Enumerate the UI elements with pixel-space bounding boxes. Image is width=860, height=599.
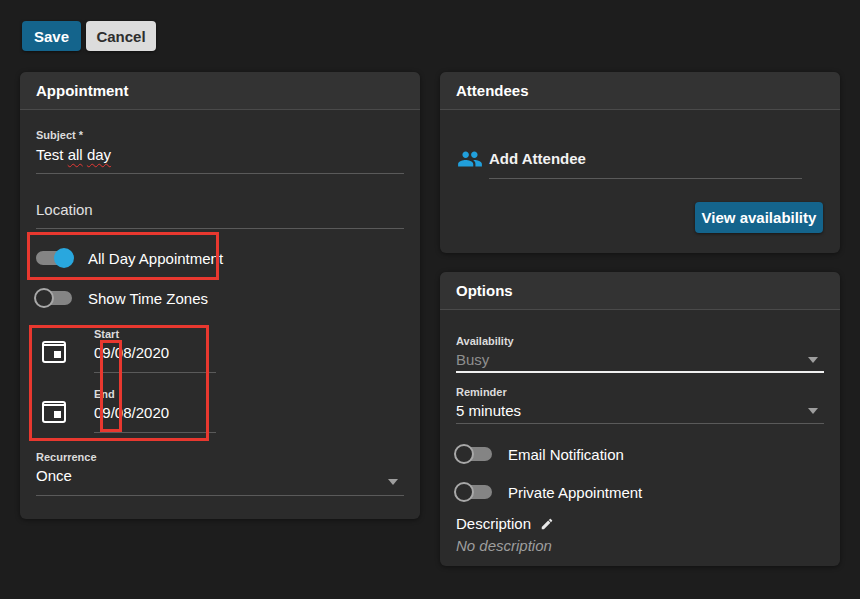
subject-word-misspelled: day: [87, 146, 111, 163]
start-date-label: Start: [94, 328, 216, 341]
add-attendee-label: Add Attendee: [489, 150, 586, 167]
appointment-panel-title: Appointment: [20, 72, 420, 110]
start-date-field: Start 09/08/2020: [36, 328, 226, 378]
availability-value: Busy: [456, 350, 824, 370]
attendees-panel: Attendees Add Attendee View availability: [440, 72, 840, 253]
appointment-panel: Appointment Subject * Test all day Locat…: [20, 72, 420, 519]
description-value: No description: [456, 537, 552, 554]
calendar-date-dot: [54, 411, 61, 418]
location-input[interactable]: Location: [36, 200, 404, 229]
recurrence-value: Once: [36, 466, 404, 486]
view-availability-button[interactable]: View availability: [695, 202, 823, 233]
time-zones-toggle-row: Show Time Zones: [36, 286, 208, 310]
subject-input[interactable]: Test all day: [36, 145, 404, 174]
people-icon: [454, 146, 486, 172]
save-button[interactable]: Save: [22, 21, 81, 51]
subject-word: Test: [36, 146, 64, 163]
private-appointment-toggle-row: Private Appointment: [456, 480, 642, 504]
email-notification-label: Email Notification: [508, 446, 624, 463]
recurrence-label: Recurrence: [36, 451, 404, 464]
reminder-label: Reminder: [456, 386, 824, 399]
end-date-field: End 09/08/2020: [36, 388, 226, 438]
subject-field[interactable]: Subject * Test all day: [36, 129, 404, 174]
appointment-form-screen: Save Cancel Appointment Subject * Test a…: [0, 0, 860, 599]
start-date-value: 09/08/2020: [94, 343, 216, 363]
toggle-thumb: [454, 444, 474, 464]
all-day-toggle-row: All Day Appointment: [36, 246, 223, 270]
private-appointment-label: Private Appointment: [508, 484, 642, 501]
availability-select[interactable]: Availability Busy: [456, 335, 824, 373]
all-day-toggle[interactable]: [36, 248, 72, 268]
subject-word-misspelled: all: [68, 146, 83, 163]
calendar-date-dot: [54, 351, 61, 358]
cancel-button[interactable]: Cancel: [86, 21, 156, 51]
private-appointment-toggle[interactable]: [456, 482, 492, 502]
pencil-icon[interactable]: [540, 517, 554, 531]
options-panel-title: Options: [440, 272, 840, 310]
attendees-panel-title: Attendees: [440, 72, 840, 110]
toggle-thumb: [34, 288, 54, 308]
toggle-thumb: [54, 248, 74, 268]
chevron-down-icon[interactable]: [808, 408, 818, 414]
chevron-down-icon[interactable]: [808, 357, 818, 363]
end-date-label: End: [94, 388, 216, 401]
calendar-icon[interactable]: [42, 401, 66, 423]
chevron-down-icon[interactable]: [388, 479, 398, 485]
location-field[interactable]: Location: [36, 200, 404, 229]
options-panel: Options Availability Busy Reminder 5 min…: [440, 272, 840, 566]
all-day-toggle-label: All Day Appointment: [88, 250, 223, 267]
reminder-value: 5 minutes: [456, 401, 824, 421]
show-time-zones-toggle-label: Show Time Zones: [88, 290, 208, 307]
reminder-select[interactable]: Reminder 5 minutes: [456, 386, 824, 424]
end-date-input[interactable]: End 09/08/2020: [94, 388, 216, 433]
email-notification-toggle-row: Email Notification: [456, 442, 624, 466]
availability-label: Availability: [456, 335, 824, 348]
recurrence-select[interactable]: Recurrence Once: [36, 451, 404, 496]
subject-label: Subject *: [36, 129, 404, 142]
description-label: Description: [456, 515, 531, 532]
start-date-input[interactable]: Start 09/08/2020: [94, 328, 216, 373]
show-time-zones-toggle[interactable]: [36, 288, 72, 308]
email-notification-toggle[interactable]: [456, 444, 492, 464]
add-attendee-input[interactable]: Add Attendee: [489, 150, 802, 179]
toggle-thumb: [454, 482, 474, 502]
description-header: Description: [456, 515, 554, 532]
end-date-value: 09/08/2020: [94, 403, 216, 423]
calendar-icon[interactable]: [42, 341, 66, 363]
